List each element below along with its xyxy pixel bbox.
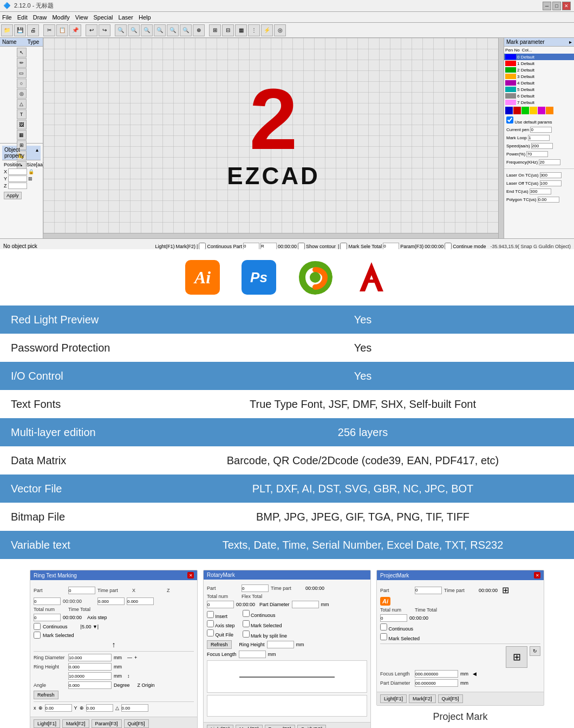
tool-polygon[interactable]: △ xyxy=(17,99,27,109)
ring-xval-input[interactable] xyxy=(45,704,72,712)
toolbar-zoom-3[interactable]: 🔍 xyxy=(141,24,153,36)
toolbar-btn-7[interactable]: ↩ xyxy=(86,24,97,36)
ring-totalnum-input[interactable] xyxy=(34,614,61,621)
toolbar-btn-8[interactable]: ↪ xyxy=(99,24,110,36)
ring-x-input[interactable] xyxy=(97,597,125,605)
toolbar-zoom-1[interactable]: 🔍 xyxy=(115,24,127,36)
ring-param-button[interactable]: Param[F3] xyxy=(92,719,122,728)
window-controls[interactable]: ─ □ ✕ xyxy=(543,2,571,10)
toolbar-btn-5[interactable]: 📋 xyxy=(56,24,68,36)
continue-mode-checkbox[interactable] xyxy=(445,243,452,249)
pen-row-0[interactable]: 0 Default xyxy=(504,54,574,60)
tool-bitmap[interactable]: 🖼 xyxy=(17,120,27,129)
swatch-yellow[interactable] xyxy=(530,107,537,114)
pen-row-4[interactable]: 4 Default xyxy=(504,80,574,86)
ring-mark-close[interactable]: ✕ xyxy=(187,572,194,578)
ring-width-input[interactable] xyxy=(68,672,112,680)
ring-quit-button[interactable]: Quit[F5] xyxy=(124,719,149,728)
polygon-tc-input[interactable] xyxy=(538,197,559,203)
rotary-part-input[interactable] xyxy=(242,584,269,592)
rotary-ringheight-input[interactable] xyxy=(267,641,294,648)
laser-on-input[interactable] xyxy=(540,172,562,178)
toolbar-align-1[interactable]: ⊞ xyxy=(209,24,221,36)
rotary-quit-button[interactable]: Quit[VPS] xyxy=(297,725,327,728)
mark-total-input[interactable] xyxy=(383,243,399,250)
ring-part-input2[interactable] xyxy=(34,597,61,605)
show-contour-checkbox[interactable] xyxy=(298,243,305,249)
toolbar-zoom-2[interactable]: 🔍 xyxy=(128,24,140,36)
toolbar-align-2[interactable]: ⊟ xyxy=(222,24,234,36)
tool-draw[interactable]: ✏ xyxy=(17,58,27,68)
ring-z-input[interactable] xyxy=(127,597,154,605)
tool-circle[interactable]: ○ xyxy=(17,79,27,88)
rotary-continuous-checkbox[interactable] xyxy=(243,610,250,617)
frequency-input[interactable] xyxy=(539,159,560,165)
proj-mark-button[interactable]: Mark[F2] xyxy=(409,694,436,703)
pen-row-5[interactable]: 5 Default xyxy=(504,86,574,93)
toolbar-zoom-5[interactable]: 🔍 xyxy=(167,24,179,36)
tool-ellipse[interactable]: ◎ xyxy=(17,89,27,99)
toolbar-zoom-7[interactable]: ⊕ xyxy=(193,24,205,36)
end-tc-input[interactable] xyxy=(530,188,551,194)
proj-light-button[interactable]: Light[F1] xyxy=(380,694,407,703)
menu-draw[interactable]: Draw xyxy=(33,14,47,21)
ring-height-input[interactable] xyxy=(68,663,112,671)
proj-quit-button[interactable]: Quit[F5] xyxy=(438,694,463,703)
mark-sele-checkbox[interactable] xyxy=(340,243,347,249)
tool-rect[interactable]: ▭ xyxy=(17,68,27,78)
menu-modify[interactable]: Modify xyxy=(52,14,69,21)
rotary-partdiam-input[interactable] xyxy=(292,601,319,608)
proj-continuous-checkbox[interactable] xyxy=(380,623,387,630)
rotary-markbysplit-checkbox[interactable] xyxy=(243,630,250,638)
rotary-refresh-button[interactable]: Refresh xyxy=(207,640,232,649)
part-input[interactable] xyxy=(243,243,259,250)
prop-z-input[interactable] xyxy=(8,183,27,189)
rotary-marksel-checkbox[interactable] xyxy=(243,620,250,627)
pen-row-6[interactable]: 6 Default xyxy=(504,93,574,99)
rotary-total-input[interactable] xyxy=(207,601,234,608)
toolbar-btn-4[interactable]: ✂ xyxy=(43,24,55,36)
toolbar-btn-6[interactable]: 📌 xyxy=(69,24,81,36)
swatch-blue[interactable] xyxy=(505,107,513,114)
ring-light-button[interactable]: Light[F1] xyxy=(34,719,60,728)
proj-totalnum-input[interactable] xyxy=(380,614,407,622)
rotary-axisstep-checkbox[interactable] xyxy=(207,620,214,627)
menu-help[interactable]: Help xyxy=(139,14,151,21)
rotary-mark-button[interactable]: Mark[F2] xyxy=(236,725,263,728)
pen-row-1[interactable]: 1 Default xyxy=(504,60,574,67)
rotary-light-button[interactable]: Light[F1] xyxy=(207,725,233,728)
toolbar-align-4[interactable]: ⋮ xyxy=(248,24,260,36)
proj-focus-input[interactable] xyxy=(415,670,458,678)
current-pen-input[interactable] xyxy=(530,127,552,133)
proj-rotate-btn[interactable]: ↻ xyxy=(530,646,540,656)
ring-diam-input[interactable] xyxy=(68,654,112,661)
rotary-param-button[interactable]: Param[F3] xyxy=(265,725,295,728)
toolbar-zoom-6[interactable]: 🔍 xyxy=(180,24,192,36)
ring-marksel-checkbox[interactable] xyxy=(34,632,41,639)
r-input[interactable] xyxy=(260,243,277,250)
project-mark-close[interactable]: ✕ xyxy=(534,572,540,578)
toolbar-align-3[interactable]: ▦ xyxy=(235,24,247,36)
ring-refresh-button[interactable]: Refresh xyxy=(34,691,58,699)
menu-laser[interactable]: Laser xyxy=(119,14,134,21)
maximize-button[interactable]: □ xyxy=(552,2,561,10)
apply-button[interactable]: Apply xyxy=(4,192,22,199)
continuous-checkbox[interactable] xyxy=(199,243,206,249)
color-palette[interactable] xyxy=(504,106,574,115)
tool-text[interactable]: T xyxy=(17,109,27,119)
toolbar-zoom-4[interactable]: 🔍 xyxy=(154,24,166,36)
swatch-green[interactable] xyxy=(521,107,529,114)
pen-row-2[interactable]: 2 Default xyxy=(504,67,574,73)
swatch-magenta[interactable] xyxy=(538,107,545,114)
ring-continuous-checkbox[interactable] xyxy=(34,623,41,630)
ring-zval-input[interactable] xyxy=(121,704,148,712)
pen-row-3[interactable]: 3 Default xyxy=(504,73,574,80)
rotary-quitfile-checkbox[interactable] xyxy=(207,629,214,636)
swatch-red[interactable] xyxy=(513,107,521,114)
proj-partdiam-input[interactable] xyxy=(415,679,458,687)
toolbar-btn-1[interactable]: 📁 xyxy=(1,24,13,36)
tool-barcode[interactable]: ▦ xyxy=(17,130,27,140)
toolbar-laser-1[interactable]: ⚡ xyxy=(261,24,273,36)
canvas-area[interactable]: 2 EZCAD xyxy=(43,38,504,238)
horizontal-scrollbar[interactable] xyxy=(43,233,504,238)
